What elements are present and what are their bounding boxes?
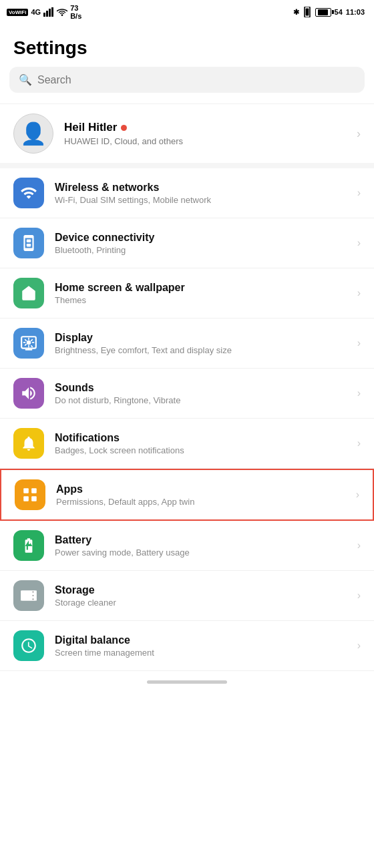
sounds-icon — [20, 385, 37, 402]
device-connectivity-icon — [20, 234, 37, 252]
wireless-title: Wireless & networks — [55, 182, 347, 194]
wireless-subtitle: Wi-Fi, Dual SIM settings, Mobile network — [55, 195, 347, 205]
battery-subtitle: Power saving mode, Battery usage — [55, 548, 347, 558]
display-subtitle: Brightness, Eye comfort, Text and displa… — [55, 345, 347, 355]
svg-rect-10 — [31, 292, 34, 295]
svg-rect-5 — [305, 8, 309, 15]
svg-rect-13 — [23, 488, 29, 493]
wifi-icon — [57, 7, 67, 17]
svg-rect-16 — [31, 496, 37, 501]
svg-rect-15 — [23, 496, 29, 501]
phone-vibrate-icon — [303, 7, 312, 17]
avatar: 👤 — [13, 114, 53, 154]
status-bar: VoWiFi 4G 73B/s ✱ 54 11:03 — [0, 0, 374, 24]
settings-item-storage[interactable]: Storage Storage cleaner › — [0, 571, 374, 621]
svg-rect-6 — [27, 240, 31, 242]
display-title: Display — [55, 332, 347, 344]
digital-balance-chevron: › — [357, 640, 361, 652]
signal-bars-icon — [43, 7, 54, 17]
avatar-icon: 👤 — [20, 121, 47, 146]
apps-subtitle: Permissions, Default apps, App twin — [56, 497, 345, 507]
svg-rect-9 — [23, 292, 25, 295]
wireless-icon-wrap — [13, 178, 44, 208]
digital-balance-item-text: Digital balance Screen time management — [55, 634, 347, 658]
settings-item-notifications[interactable]: Notifications Badges, Lock screen notifi… — [0, 419, 374, 469]
page-title: Settings — [0, 24, 374, 67]
user-profile-section[interactable]: 👤 Heil Hitler HUAWEI ID, Cloud, and othe… — [0, 103, 374, 168]
svg-rect-19 — [21, 598, 36, 600]
home-bar-pill — [147, 680, 227, 684]
search-input[interactable] — [37, 74, 355, 86]
device-connectivity-item-text: Device connectivity Bluetooth, Printing — [55, 232, 347, 255]
settings-item-apps[interactable]: Apps Permissions, Default apps, App twin… — [0, 469, 374, 521]
settings-item-battery[interactable]: Battery Power saving mode, Battery usage… — [0, 521, 374, 571]
svg-rect-2 — [49, 9, 51, 17]
status-bar-right: ✱ 54 11:03 — [293, 7, 365, 17]
notifications-subtitle: Badges, Lock screen notifications — [55, 445, 347, 455]
digital-balance-title: Digital balance — [55, 634, 347, 646]
svg-rect-7 — [27, 244, 31, 246]
bluetooth-icon: ✱ — [293, 8, 299, 17]
display-icon — [20, 335, 37, 352]
device-connectivity-icon-wrap — [13, 228, 44, 258]
wireless-chevron: › — [357, 187, 361, 199]
chevron-right-icon: › — [357, 127, 361, 141]
settings-item-sounds[interactable]: Sounds Do not disturb, Ringtone, Vibrate… — [0, 369, 374, 419]
display-icon-wrap — [13, 328, 44, 359]
home-screen-subtitle: Themes — [55, 295, 347, 305]
user-info: Heil Hitler HUAWEI ID, Cloud, and others — [64, 121, 346, 146]
svg-point-20 — [32, 592, 33, 593]
svg-rect-0 — [43, 13, 45, 17]
search-bar[interactable]: 🔍 — [9, 67, 365, 93]
settings-item-display[interactable]: Display Brightness, Eye comfort, Text an… — [0, 318, 374, 369]
notifications-icon-wrap — [13, 428, 44, 459]
battery-icon-wrap — [13, 530, 44, 561]
display-item-text: Display Brightness, Eye comfort, Text an… — [55, 332, 347, 355]
svg-rect-8 — [27, 293, 31, 300]
svg-rect-17 — [21, 590, 36, 593]
svg-point-12 — [27, 341, 31, 345]
settings-item-device-connectivity[interactable]: Device connectivity Bluetooth, Printing … — [0, 218, 374, 268]
storage-icon-wrap — [13, 580, 44, 611]
device-connectivity-subtitle: Bluetooth, Printing — [55, 245, 347, 255]
vowifi-indicator: VoWiFi — [7, 9, 28, 16]
status-bar-left: VoWiFi 4G 73B/s — [7, 4, 81, 20]
wireless-item-text: Wireless & networks Wi-Fi, Dual SIM sett… — [55, 182, 347, 205]
home-screen-title: Home screen & wallpaper — [55, 282, 347, 294]
digital-balance-icon-wrap — [13, 630, 44, 661]
device-connectivity-chevron: › — [357, 237, 361, 249]
battery-level: 54 — [335, 8, 343, 16]
settings-item-wireless[interactable]: Wireless & networks Wi-Fi, Dual SIM sett… — [0, 168, 374, 218]
settings-item-home-screen[interactable]: Home screen & wallpaper Themes › — [0, 268, 374, 318]
battery-settings-icon — [20, 537, 37, 554]
storage-icon — [20, 587, 37, 604]
speed-indicator: 73B/s — [70, 4, 81, 20]
user-name: Heil Hitler — [64, 121, 346, 134]
digital-balance-subtitle: Screen time management — [55, 648, 347, 658]
device-connectivity-title: Device connectivity — [55, 232, 347, 244]
svg-rect-14 — [31, 488, 37, 493]
storage-title: Storage — [55, 584, 347, 596]
digital-balance-icon — [20, 637, 37, 654]
user-status-dot — [121, 125, 127, 131]
user-subtitle: HUAWEI ID, Cloud, and others — [64, 136, 346, 146]
settings-item-digital-balance[interactable]: Digital balance Screen time management › — [0, 621, 374, 671]
home-screen-icon — [20, 284, 37, 302]
svg-point-21 — [32, 595, 33, 596]
wifi-settings-icon — [20, 184, 37, 202]
svg-rect-18 — [21, 594, 36, 597]
svg-point-22 — [32, 598, 33, 600]
signal-indicator: 4G — [31, 8, 41, 16]
home-screen-item-text: Home screen & wallpaper Themes — [55, 282, 347, 305]
svg-rect-1 — [46, 11, 48, 17]
storage-chevron: › — [357, 590, 361, 602]
apps-chevron: › — [356, 489, 359, 501]
battery-indicator — [315, 8, 331, 17]
notifications-item-text: Notifications Badges, Lock screen notifi… — [55, 432, 347, 455]
home-bar — [0, 671, 374, 690]
sounds-icon-wrap — [13, 378, 44, 409]
battery-item-text: Battery Power saving mode, Battery usage — [55, 534, 347, 558]
battery-title: Battery — [55, 534, 347, 546]
sounds-subtitle: Do not disturb, Ringtone, Vibrate — [55, 395, 347, 405]
sounds-title: Sounds — [55, 382, 347, 394]
